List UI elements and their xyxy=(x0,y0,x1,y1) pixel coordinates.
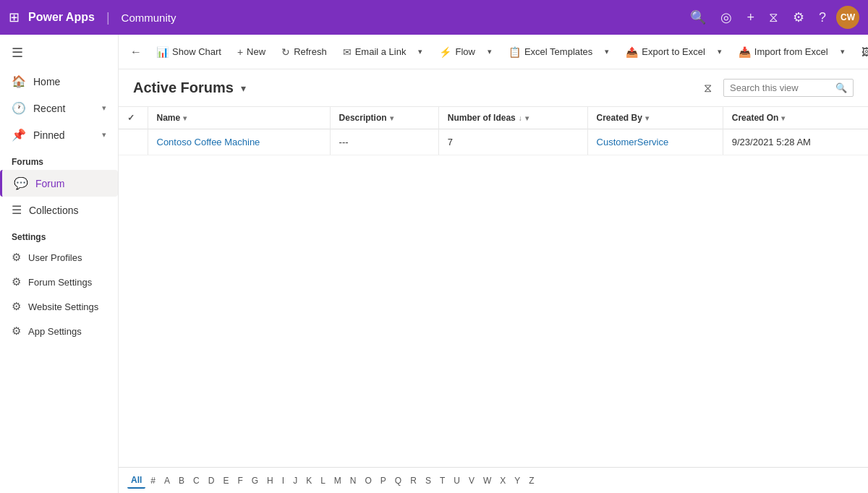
app-name: Community xyxy=(122,12,176,24)
check-icon: ✓ xyxy=(127,113,135,123)
alpha-btn-p[interactable]: P xyxy=(377,473,390,488)
col-number-of-ideas[interactable]: Number of Ideas ↓ ▾ xyxy=(438,107,587,129)
alpha-btn-s[interactable]: S xyxy=(422,473,435,488)
grid-icon[interactable]: ⊞ xyxy=(9,9,20,25)
sidebar-item-collections[interactable]: ☰ Collections xyxy=(0,197,118,223)
content-area: ← 📊 Show Chart + New ↻ Refresh ✉ Email a… xyxy=(119,35,868,493)
flow-button[interactable]: ⚡ Flow xyxy=(432,43,482,61)
help-icon[interactable]: ? xyxy=(819,10,826,25)
nav-divider: | xyxy=(106,10,110,25)
sidebar-item-home[interactable]: 🏠 Home xyxy=(0,68,118,95)
view-title-chevron-icon[interactable]: ▾ xyxy=(241,82,246,94)
sidebar-app-settings-label: App Settings xyxy=(28,326,82,337)
table-header-row: ✓ Name ▾ Description ▾ xyxy=(119,107,868,129)
col-name-label: Name xyxy=(157,113,181,123)
app-settings-icon: ⚙ xyxy=(12,325,21,338)
flow-chevron[interactable]: ▾ xyxy=(484,43,495,60)
sidebar-item-forum-settings[interactable]: ⚙ Forum Settings xyxy=(0,270,118,294)
collections-icon: ☰ xyxy=(12,203,22,217)
email-link-button[interactable]: ✉ Email a Link xyxy=(336,43,414,61)
import-excel-button[interactable]: 📥 Import from Excel xyxy=(731,43,835,61)
gear-icon[interactable]: ⚙ xyxy=(793,9,804,25)
create-view-button[interactable]: 🖼 Create view xyxy=(854,43,868,61)
name-sort-icon: ▾ xyxy=(183,114,187,122)
refresh-icon: ↻ xyxy=(281,46,290,58)
col-created-on[interactable]: Created On ▾ xyxy=(723,107,868,129)
alpha-btn-x[interactable]: X xyxy=(496,473,509,488)
col-name[interactable]: Name ▾ xyxy=(148,107,330,129)
row-created-by-link[interactable]: CustomerService xyxy=(597,137,669,147)
alpha-btn-f[interactable]: F xyxy=(234,473,246,488)
back-button[interactable]: ← xyxy=(124,42,148,62)
excel-templates-button[interactable]: 📋 Excel Templates xyxy=(501,43,600,61)
alpha-btn-d[interactable]: D xyxy=(205,473,218,488)
target-icon[interactable]: ◎ xyxy=(720,9,732,25)
alpha-btn-v[interactable]: V xyxy=(465,473,478,488)
alpha-btn-g[interactable]: G xyxy=(248,473,262,488)
sidebar-item-app-settings[interactable]: ⚙ App Settings xyxy=(0,319,118,343)
col-ideas-label: Number of Ideas xyxy=(448,113,516,123)
alpha-btn-q[interactable]: Q xyxy=(391,473,405,488)
new-button[interactable]: + New xyxy=(230,43,273,61)
table-row: Contoso Coffee Machine --- 7 CustomerSer… xyxy=(119,129,868,155)
alpha-navigation: All#ABCDEFGHIJKLMNOPQRSTUVWXYZ xyxy=(119,467,868,493)
row-name-link[interactable]: Contoso Coffee Machine xyxy=(157,137,260,147)
excel-templates-chevron[interactable]: ▾ xyxy=(601,43,613,60)
alpha-btn-c[interactable]: C xyxy=(190,473,203,488)
alpha-btn-i[interactable]: I xyxy=(278,473,288,488)
toolbar: ← 📊 Show Chart + New ↻ Refresh ✉ Email a… xyxy=(119,35,868,69)
email-link-chevron[interactable]: ▾ xyxy=(414,43,426,60)
alpha-btn-m[interactable]: M xyxy=(331,473,345,488)
sidebar-item-website-settings[interactable]: ⚙ Website Settings xyxy=(0,294,118,319)
alpha-btn-hash[interactable]: # xyxy=(147,473,159,488)
website-settings-icon: ⚙ xyxy=(12,300,21,313)
recent-chevron-icon: ▾ xyxy=(102,103,106,113)
alpha-btn-o[interactable]: O xyxy=(362,473,375,488)
col-description[interactable]: Description ▾ xyxy=(330,107,438,129)
recent-icon: 🕐 xyxy=(12,101,26,115)
alpha-btn-b[interactable]: B xyxy=(175,473,188,488)
filter-icon[interactable]: ⧖ xyxy=(769,10,778,25)
sidebar-website-settings-label: Website Settings xyxy=(28,301,98,312)
alpha-btn-y[interactable]: Y xyxy=(511,473,524,488)
sidebar-item-forum[interactable]: 💬 Forum xyxy=(0,170,118,197)
sidebar-item-recent[interactable]: 🕐 Recent ▾ xyxy=(0,95,118,121)
alpha-btn-a[interactable]: A xyxy=(161,473,174,488)
alpha-btn-n[interactable]: N xyxy=(346,473,360,488)
row-created-on-cell: 9/23/2021 5:28 AM xyxy=(723,129,868,155)
plus-icon[interactable]: + xyxy=(746,10,754,25)
sidebar-item-user-profiles[interactable]: ⚙ User Profiles xyxy=(0,245,118,270)
alpha-btn-h[interactable]: H xyxy=(263,473,277,488)
refresh-button[interactable]: ↻ Refresh xyxy=(274,43,334,61)
col-created-by[interactable]: Created By ▾ xyxy=(587,107,723,129)
alpha-btn-e[interactable]: E xyxy=(219,473,232,488)
ideas-sort-icon-2: ▾ xyxy=(525,114,529,122)
alpha-btn-k[interactable]: K xyxy=(302,473,315,488)
search-icon[interactable]: 🔍 xyxy=(690,9,706,25)
alpha-btn-all[interactable]: All xyxy=(127,473,145,489)
search-input[interactable] xyxy=(730,82,831,93)
user-profiles-icon: ⚙ xyxy=(12,251,21,264)
view-filter-icon[interactable]: ⧖ xyxy=(704,82,712,95)
alpha-btn-w[interactable]: W xyxy=(480,473,495,488)
row-ideas-cell: 7 xyxy=(438,129,587,155)
import-chevron[interactable]: ▾ xyxy=(837,43,848,60)
alpha-btn-u[interactable]: U xyxy=(450,473,464,488)
alpha-btn-j[interactable]: J xyxy=(289,473,301,488)
app-title: Power Apps xyxy=(28,11,95,24)
alpha-btn-r[interactable]: R xyxy=(407,473,420,488)
search-icon[interactable]: 🔍 xyxy=(835,82,847,93)
hamburger-menu[interactable]: ☰ xyxy=(0,38,118,68)
sidebar-item-pinned[interactable]: 📌 Pinned ▾ xyxy=(0,121,118,148)
data-table: ✓ Name ▾ Description ▾ xyxy=(119,107,868,155)
show-chart-button[interactable]: 📊 Show Chart xyxy=(149,43,229,61)
alpha-btn-z[interactable]: Z xyxy=(525,473,537,488)
export-excel-button[interactable]: 📤 Export to Excel xyxy=(618,43,712,61)
export-chevron[interactable]: ▾ xyxy=(714,43,726,60)
user-avatar[interactable]: CW xyxy=(836,6,859,29)
alpha-btn-l[interactable]: L xyxy=(317,473,329,488)
settings-section-label: Settings xyxy=(0,223,118,245)
email-icon: ✉ xyxy=(343,46,352,58)
import-icon: 📥 xyxy=(739,46,751,58)
alpha-btn-t[interactable]: T xyxy=(436,473,448,488)
